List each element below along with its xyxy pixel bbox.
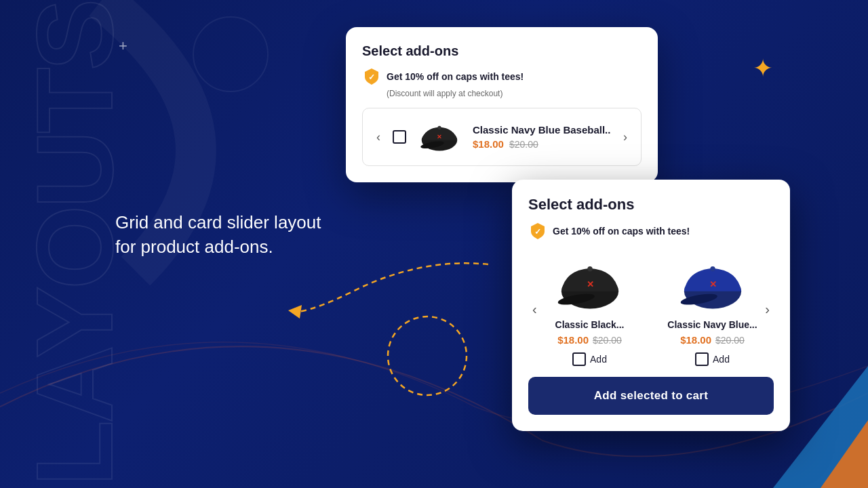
slider-discount-text: Get 10% off on caps with tees! [387, 71, 524, 82]
grid-product-2-add-row: Add [695, 352, 730, 366]
svg-text:✓: ✓ [368, 73, 375, 82]
slider-product-checkbox[interactable] [393, 130, 406, 144]
slider-card: Select add-ons ✓ Get 10% off on caps wit… [346, 27, 658, 182]
grid-discount-text: Get 10% off on caps with tees! [553, 226, 690, 237]
slider-prev-btn[interactable]: ‹ [374, 127, 383, 147]
grid-product-1-add-row: Add [572, 352, 607, 366]
grid-product-2-price-original: $20.00 [715, 335, 745, 346]
svg-point-0 [193, 17, 268, 92]
grid-product-2-name: Classic Navy Blue... [667, 319, 757, 330]
grid-product-1-name: Classic Black... [555, 319, 625, 330]
grid-product-1-price-current: $18.00 [557, 334, 589, 346]
grid-product-2: ✕ Classic Navy Blue... $18.00 $20.00 Add [656, 251, 768, 366]
grid-card: Select add-ons ✓ Get 10% off on caps wit… [512, 180, 790, 431]
products-grid-wrapper: ‹ › ✕ Classic Black... $18.00 $20.00 [528, 251, 774, 366]
description-text: Grid and card slider layout for product … [115, 210, 321, 260]
products-grid: ✕ Classic Black... $18.00 $20.00 Add [534, 251, 768, 366]
slider-product-info: Classic Navy Blue Baseball.. $18.00 $20.… [473, 124, 611, 150]
star-icon: ✦ [753, 54, 773, 83]
grid-discount-banner: ✓ Get 10% off on caps with tees! [528, 222, 774, 241]
grid-next-btn[interactable]: › [760, 296, 775, 322]
grid-product-1-checkbox[interactable] [572, 352, 586, 366]
grid-product-2-price-current: $18.00 [680, 334, 711, 346]
grid-product-1-price-original: $20.00 [593, 335, 622, 346]
grid-card-title: Select add-ons [528, 196, 774, 214]
grid-shield-icon: ✓ [528, 222, 547, 241]
slider-product-image: ✕ [416, 117, 463, 157]
slider-product-row: ‹ ✕ Classic Navy Blue Baseball.. $18.00 … [362, 108, 642, 166]
svg-point-17 [710, 266, 715, 271]
slider-discount-banner: ✓ Get 10% off on caps with tees! [362, 67, 642, 86]
grid-prev-btn[interactable]: ‹ [527, 296, 542, 322]
grid-product-1-add-label: Add [590, 354, 607, 365]
grid-product-2-add-label: Add [713, 354, 730, 365]
add-to-cart-button[interactable]: Add selected to cart [528, 377, 774, 415]
svg-point-8 [437, 126, 441, 129]
grid-product-1-price: $18.00 $20.00 [557, 334, 622, 346]
shield-icon: ✓ [362, 67, 381, 86]
slider-price-original: $20.00 [509, 139, 538, 150]
svg-point-13 [587, 266, 592, 271]
slider-price-group: $18.00 $20.00 [473, 138, 611, 150]
layouts-bg-text: LAYOUTS [20, 2, 129, 487]
grid-product-2-price: $18.00 $20.00 [680, 334, 745, 346]
svg-text:✕: ✕ [709, 279, 716, 289]
svg-text:✕: ✕ [586, 279, 593, 289]
grid-product-2-image: ✕ [675, 251, 750, 319]
svg-text:✓: ✓ [534, 227, 541, 237]
plus-icon: + [119, 37, 127, 55]
grid-product-2-checkbox[interactable] [695, 352, 709, 366]
slider-discount-subtext: (Discount will apply at checkout) [362, 89, 642, 98]
slider-price-current: $18.00 [473, 138, 504, 150]
slider-product-name: Classic Navy Blue Baseball.. [473, 124, 611, 136]
svg-text:✕: ✕ [437, 134, 442, 140]
slider-card-title: Select add-ons [362, 43, 642, 59]
slider-next-btn[interactable]: › [620, 127, 630, 147]
grid-product-1-image: ✕ [553, 251, 627, 319]
grid-product-1: ✕ Classic Black... $18.00 $20.00 Add [534, 251, 646, 366]
